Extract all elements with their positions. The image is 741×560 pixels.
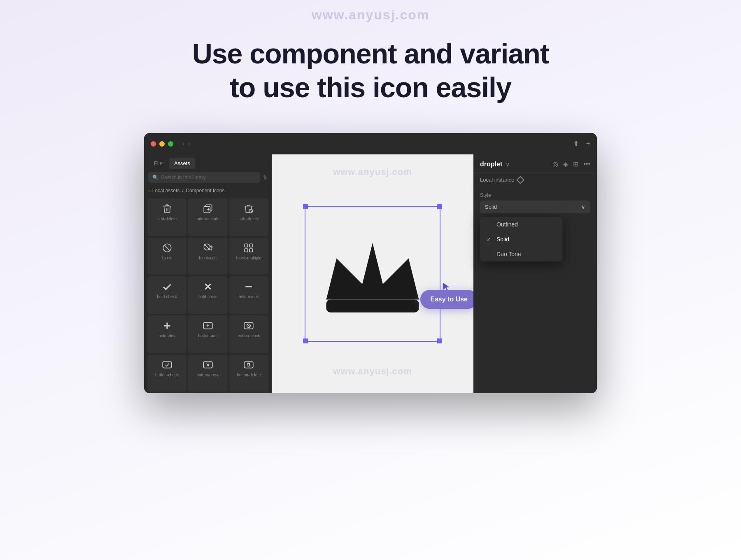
dropdown-chevron-icon: ∨ bbox=[581, 204, 585, 210]
local-instance-label: Local instance bbox=[480, 177, 514, 183]
list-item[interactable]: bold-plus bbox=[147, 315, 186, 353]
list-item[interactable]: block bbox=[147, 238, 186, 275]
icon-label: button-check bbox=[151, 373, 183, 377]
option-label: Duo Tone bbox=[496, 251, 521, 257]
svg-line-9 bbox=[204, 244, 210, 250]
list-item[interactable]: block-multiple bbox=[229, 238, 268, 275]
add-delete-icon bbox=[162, 203, 172, 214]
svg-rect-10 bbox=[245, 244, 248, 247]
title-bar: ‹ › ⬆ + bbox=[144, 133, 597, 154]
icon-label: button-cross bbox=[191, 373, 224, 377]
headline-line2: to use this icon easily bbox=[230, 72, 511, 103]
title-bar-right: ⬆ + bbox=[573, 139, 590, 148]
icon-label: bold-check bbox=[151, 294, 183, 299]
button-block-icon bbox=[243, 320, 254, 331]
list-item[interactable]: bold-minus bbox=[229, 276, 268, 314]
canvas-area[interactable]: www.anyusj.com www.anyusj.com bbox=[272, 154, 473, 393]
selection-handle-br[interactable] bbox=[437, 338, 442, 343]
bold-minus-icon bbox=[243, 281, 254, 292]
resize-icon[interactable]: ⊞ bbox=[573, 160, 578, 168]
export-icon[interactable]: ⬆ bbox=[573, 139, 579, 148]
breadcrumb-back-icon[interactable]: ‹ bbox=[148, 188, 150, 193]
list-item[interactable]: button-check bbox=[147, 355, 186, 392]
chevron-down-icon[interactable]: ∨ bbox=[506, 161, 510, 168]
headline-line1: Use component and variant bbox=[192, 38, 549, 69]
block-multiple-icon bbox=[243, 243, 254, 253]
back-arrow-icon[interactable]: ‹ bbox=[182, 140, 184, 147]
component-name: droplet bbox=[480, 161, 502, 168]
tab-file[interactable]: File bbox=[149, 158, 168, 169]
selection-handle-tr[interactable] bbox=[437, 204, 442, 209]
list-item[interactable]: button-add bbox=[188, 315, 227, 353]
icon-label: add-multiple bbox=[191, 217, 224, 221]
list-item[interactable]: button-delete bbox=[229, 355, 268, 392]
dropdown-trigger[interactable]: Solid ∨ bbox=[480, 201, 590, 213]
list-item[interactable]: auto-delete bbox=[229, 198, 268, 236]
svg-line-7 bbox=[164, 245, 170, 251]
selection-handle-bl[interactable] bbox=[303, 338, 308, 343]
canvas-watermark-top: www.anyusj.com bbox=[333, 167, 412, 177]
right-panel-header: droplet ∨ ◎ ◈ ⊞ ••• bbox=[473, 154, 597, 173]
headline: Use component and variant to use this ic… bbox=[192, 37, 549, 104]
list-item[interactable]: add-delete bbox=[147, 198, 186, 236]
style-dropdown[interactable]: Solid ∨ Outlined ✓ Solid bbox=[480, 201, 590, 213]
block-edit-icon bbox=[203, 243, 213, 253]
diamond-icon bbox=[516, 176, 524, 184]
icon-label: bold-minus bbox=[233, 294, 265, 299]
svg-rect-29 bbox=[244, 362, 253, 368]
maximize-button[interactable] bbox=[168, 141, 173, 147]
block-icon bbox=[162, 243, 172, 253]
dropdown-option-duotone[interactable]: Duo Tone bbox=[480, 247, 562, 261]
option-label: Solid bbox=[496, 236, 509, 243]
option-label: Outlined bbox=[496, 221, 518, 228]
breadcrumb-separator: / bbox=[182, 188, 183, 193]
traffic-lights bbox=[151, 141, 173, 147]
list-item[interactable]: bold-check bbox=[147, 276, 186, 314]
easy-to-use-badge: Easy to Use bbox=[420, 290, 473, 309]
list-item[interactable]: button-cross bbox=[188, 355, 227, 392]
add-icon[interactable]: + bbox=[586, 140, 590, 148]
fill-icon[interactable]: ◈ bbox=[563, 160, 568, 168]
right-panel-icons: ◎ ◈ ⊞ ••• bbox=[552, 160, 590, 168]
list-item[interactable]: bold-cross bbox=[188, 276, 227, 314]
list-item[interactable]: add-multiple bbox=[188, 198, 227, 236]
button-delete-icon bbox=[243, 359, 254, 370]
minimize-button[interactable] bbox=[159, 141, 165, 147]
icon-label: button-add bbox=[191, 334, 224, 338]
breadcrumb-local: Local assets bbox=[152, 188, 180, 194]
more-icon[interactable]: ••• bbox=[583, 160, 590, 168]
check-mark-icon: ✓ bbox=[487, 236, 492, 243]
search-icon: 🔍 bbox=[152, 175, 158, 180]
icon-label: button-block bbox=[233, 334, 265, 338]
search-box: 🔍 Search in this library bbox=[148, 172, 260, 183]
button-cross-icon bbox=[203, 359, 213, 370]
dropdown-option-solid[interactable]: ✓ Solid bbox=[480, 232, 562, 247]
button-check-icon bbox=[162, 359, 172, 370]
selected-component[interactable]: Easy to Use bbox=[305, 206, 440, 342]
icon-label: block bbox=[151, 256, 183, 260]
bold-check-icon bbox=[162, 281, 172, 292]
list-item[interactable]: button-block bbox=[229, 315, 268, 353]
close-button[interactable] bbox=[151, 141, 156, 147]
style-section: Style Solid ∨ Outlined ✓ S bbox=[473, 187, 597, 218]
selection-box bbox=[305, 206, 440, 342]
forward-arrow-icon[interactable]: › bbox=[188, 140, 190, 147]
add-multiple-icon bbox=[203, 203, 213, 214]
local-instance-row: Local instance bbox=[473, 173, 597, 187]
svg-line-24 bbox=[247, 324, 250, 327]
right-panel: droplet ∨ ◎ ◈ ⊞ ••• Local instance Style… bbox=[473, 154, 597, 393]
svg-rect-12 bbox=[249, 249, 253, 252]
nav-arrows: ‹ › bbox=[182, 140, 190, 147]
bold-plus-icon bbox=[162, 320, 172, 331]
list-item[interactable]: block-edit bbox=[188, 238, 227, 275]
icon-label: bold-cross bbox=[191, 294, 224, 299]
sidebar-tabs: File Assets bbox=[144, 154, 272, 169]
dropdown-option-outlined[interactable]: Outlined bbox=[480, 217, 562, 232]
eye-icon[interactable]: ◎ bbox=[552, 160, 558, 168]
tab-assets[interactable]: Assets bbox=[169, 158, 195, 169]
selection-handle-tl[interactable] bbox=[303, 204, 308, 209]
sidebar-search: 🔍 Search in this library ⇅ bbox=[144, 169, 272, 186]
sidebar-filter-icon[interactable]: ⇅ bbox=[263, 174, 268, 181]
auto-delete-icon bbox=[243, 203, 254, 214]
dropdown-menu: Outlined ✓ Solid Duo Tone bbox=[480, 217, 562, 261]
